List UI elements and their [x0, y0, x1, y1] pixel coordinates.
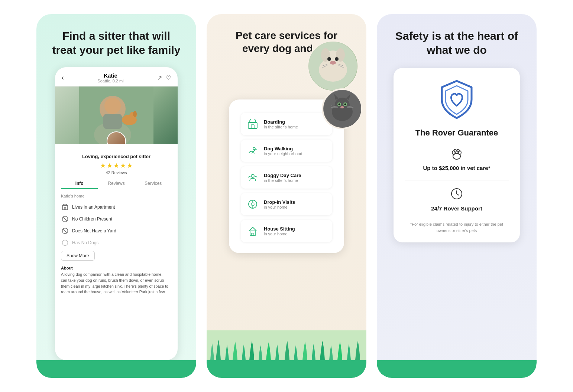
- card3-heading: Safety is at the heart of what we do: [377, 14, 537, 64]
- svg-line-12: [63, 217, 67, 221]
- housesitting-text: House Sitting in your home: [264, 226, 295, 236]
- star-5: ★: [127, 161, 133, 170]
- daycare-icon: [246, 171, 259, 184]
- svg-point-7: [133, 111, 137, 117]
- svg-rect-43: [251, 125, 254, 128]
- svg-point-44: [253, 147, 255, 150]
- heart-icon[interactable]: ♡: [166, 74, 171, 81]
- star-1: ★: [100, 161, 106, 170]
- svg-line-14: [63, 229, 67, 233]
- dropin-sub: in your home: [264, 205, 295, 209]
- guarantee-divider: [405, 180, 509, 180]
- svg-rect-42: [248, 122, 257, 128]
- svg-rect-51: [252, 233, 254, 235]
- profile-tabs: Info Reviews Services: [61, 179, 172, 189]
- svg-point-36: [344, 104, 346, 105]
- star-3: ★: [113, 161, 119, 170]
- vet-care-item: Up to $25,000 in vet care*: [405, 147, 509, 171]
- info-row-yard: Does Not Have a Yard: [61, 225, 172, 237]
- paw-print-icon: [450, 147, 463, 160]
- guarantee-footnote: *For eligible claims related to injury t…: [405, 221, 509, 233]
- service-dropin[interactable]: Drop-In Visits in your home: [241, 193, 332, 215]
- show-more-button[interactable]: Show More: [61, 251, 95, 261]
- sitter-location: Seattle, 0.2 mi: [97, 79, 123, 83]
- yard-label: Does Not Have a Yard: [72, 228, 116, 233]
- share-icon[interactable]: ↗: [157, 74, 162, 81]
- grass-svg: [207, 330, 366, 360]
- card-safety: Safety is at the heart of what we do The…: [377, 14, 537, 378]
- shield-icon-wrap: [438, 79, 475, 121]
- boarding-icon: [246, 117, 259, 131]
- svg-point-55: [458, 151, 461, 154]
- housesitting-name: House Sitting: [264, 226, 295, 232]
- tab-services[interactable]: Services: [135, 179, 172, 189]
- clock-icon-svg: [450, 187, 463, 200]
- guarantee-title: The Rover Guarantee: [415, 128, 498, 138]
- boarding-name: Boarding: [264, 119, 298, 125]
- guarantee-box: The Rover Guarantee Up to $25,000 in vet…: [394, 68, 520, 242]
- housesitting-sub: in your home: [264, 232, 295, 236]
- info-row-dogs: Has No Dogs: [61, 237, 172, 249]
- sitter-description: Loving, experienced pet sitter: [61, 154, 172, 159]
- card-services: Pet care services for every dog and cat: [207, 14, 366, 378]
- paw-icon: [450, 147, 463, 163]
- svg-point-22: [335, 57, 339, 61]
- dropin-icon: [246, 197, 259, 211]
- apartment-label: Lives in an Apartment: [72, 205, 115, 210]
- svg-point-37: [340, 106, 344, 108]
- service-walking[interactable]: Dog Walking in your neighborhood: [241, 140, 332, 162]
- tab-reviews[interactable]: Reviews: [98, 179, 135, 189]
- daycare-name: Doggy Day Care: [264, 173, 301, 178]
- svg-point-3: [104, 98, 121, 114]
- svg-point-21: [327, 57, 331, 61]
- tab-info[interactable]: Info: [61, 179, 98, 189]
- dog-illustration: [309, 42, 357, 90]
- svg-line-60: [457, 194, 459, 195]
- walking-text: Dog Walking in your neighborhood: [264, 146, 302, 156]
- building-icon: [61, 203, 69, 211]
- daycare-text: Doggy Day Care in the sitter's home: [264, 173, 301, 183]
- svg-rect-9: [64, 204, 67, 206]
- service-daycare[interactable]: Doggy Day Care in the sitter's home: [241, 166, 332, 189]
- reviews-count: 42 Reviews: [61, 170, 172, 175]
- animals-collage: [296, 40, 363, 129]
- star-rating: ★ ★ ★ ★ ★: [61, 161, 172, 170]
- star-4: ★: [120, 161, 126, 170]
- card2-bottom-area: [207, 330, 366, 378]
- svg-point-45: [251, 174, 254, 177]
- cat-photo: [322, 88, 363, 129]
- dropin-name: Drop-In Visits: [264, 199, 295, 205]
- boarding-sub: in the sitter's home: [264, 125, 298, 129]
- rover-guarantee-shield-icon: [438, 79, 475, 120]
- clock-icon: [450, 187, 463, 203]
- svg-point-35: [339, 104, 340, 105]
- info-row-apartment: Lives in an Apartment: [61, 201, 172, 213]
- phone-header: ‹ Katie Seattle, 0.2 mi ↗ ♡: [55, 67, 178, 86]
- support-text: 24/7 Rover Support: [431, 205, 482, 212]
- support-item: 24/7 Rover Support: [405, 187, 509, 212]
- svg-rect-4: [103, 114, 122, 129]
- sitter-name: Katie: [97, 72, 123, 79]
- walking-sub: in your neighborhood: [264, 151, 302, 156]
- cat-illustration: [324, 90, 361, 127]
- boarding-text: Boarding in the sitter's home: [264, 119, 298, 129]
- svg-point-23: [330, 61, 336, 65]
- profile-header-center: Katie Seattle, 0.2 mi: [97, 72, 123, 83]
- home-section-label: Katie's home: [61, 194, 172, 198]
- svg-point-30: [335, 98, 350, 112]
- about-section-label: About: [61, 266, 172, 270]
- svg-point-47: [251, 203, 254, 206]
- card2-content-area: Boarding in the sitter's home Dog Walkin…: [229, 62, 344, 330]
- dogs-label: Has No Dogs: [72, 240, 98, 245]
- vet-care-text: Up to $25,000 in vet care*: [423, 165, 491, 171]
- info-row-children: No Children Present: [61, 213, 172, 225]
- back-icon[interactable]: ‹: [62, 74, 64, 82]
- phone-mockup-1: ‹ Katie Seattle, 0.2 mi ↗ ♡: [55, 67, 178, 360]
- card3-bottom-bar: [377, 360, 537, 378]
- dog-photo: [307, 40, 359, 92]
- card1-heading: Find a sitter that will treat your pet l…: [36, 14, 196, 64]
- service-housesitting[interactable]: House Sitting in your home: [241, 220, 332, 242]
- about-text: A loving dog companion with a clean and …: [61, 272, 172, 295]
- card1-bottom-bar: [36, 360, 196, 378]
- svg-rect-10: [64, 208, 66, 210]
